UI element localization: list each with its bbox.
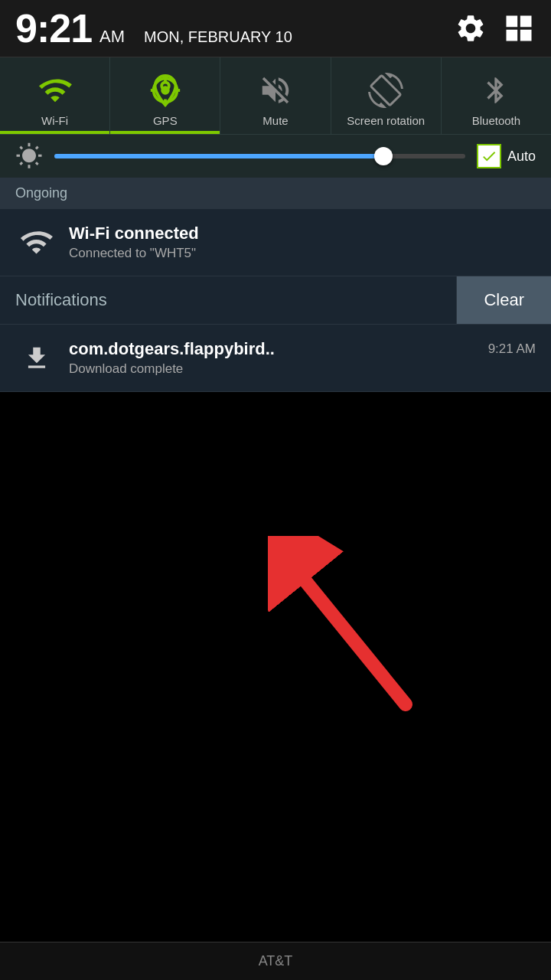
screen-rotation-label: Screen rotation xyxy=(347,114,425,128)
brightness-row: Auto xyxy=(0,134,551,178)
qs-tile-bluetooth[interactable]: Bluetooth xyxy=(442,57,551,134)
qs-tile-gps[interactable]: GPS xyxy=(110,57,220,134)
bluetooth-label: Bluetooth xyxy=(472,114,520,128)
wifi-notif-content: Wi-Fi connected Connected to "WHT5" xyxy=(69,224,199,261)
gps-icon xyxy=(146,71,184,109)
mute-bar xyxy=(220,131,330,134)
wifi-active-bar xyxy=(0,131,109,134)
ongoing-title: Ongoing xyxy=(15,185,67,201)
clear-label: Clear xyxy=(484,290,524,310)
notifications-label: Notifications xyxy=(0,276,456,324)
download-notification[interactable]: com.dotgears.flappybird.. 9:21 AM Downlo… xyxy=(0,325,551,392)
download-app-name: com.dotgears.flappybird.. xyxy=(69,339,275,359)
wifi-notif-title: Wi-Fi connected xyxy=(69,224,199,243)
grid-icon[interactable] xyxy=(502,11,536,45)
wifi-notif-subtitle: Connected to "WHT5" xyxy=(69,246,199,261)
qs-tile-mute[interactable]: Mute xyxy=(220,57,331,134)
quick-settings-panel: Wi-Fi GPS Mute xyxy=(0,57,551,134)
red-arrow-indicator xyxy=(268,536,436,727)
qs-tile-wifi[interactable]: Wi-Fi xyxy=(0,57,110,134)
download-content: com.dotgears.flappybird.. 9:21 AM Downlo… xyxy=(69,339,536,377)
mute-icon xyxy=(256,71,295,109)
wifi-notification[interactable]: Wi-Fi connected Connected to "WHT5" xyxy=(0,209,551,276)
carrier-name: AT&T xyxy=(259,953,293,969)
auto-brightness-toggle[interactable]: Auto xyxy=(477,144,536,168)
screen-rotation-icon xyxy=(367,71,405,109)
wifi-notif-icon xyxy=(15,221,57,263)
gps-label: GPS xyxy=(153,114,178,128)
qs-tile-screen-rotation[interactable]: Screen rotation xyxy=(331,57,442,134)
download-time: 9:21 AM xyxy=(488,341,536,357)
download-icon xyxy=(15,337,57,379)
screen-rotation-bar xyxy=(331,131,441,134)
settings-icon[interactable] xyxy=(455,12,487,44)
clock-ampm: AM xyxy=(99,27,125,47)
download-top-row: com.dotgears.flappybird.. 9:21 AM xyxy=(69,339,536,359)
ongoing-section-header: Ongoing xyxy=(0,178,551,209)
notifications-header: Notifications Clear xyxy=(0,276,551,325)
auto-label: Auto xyxy=(507,149,536,165)
bluetooth-icon xyxy=(477,71,515,109)
wifi-label: Wi-Fi xyxy=(41,114,68,128)
status-bar: 9:21 AM MON, FEBRUARY 10 xyxy=(0,0,551,57)
clock-time: 9:21 xyxy=(15,5,92,51)
mute-label: Mute xyxy=(262,114,288,128)
brightness-slider[interactable] xyxy=(54,154,465,158)
gps-active-bar xyxy=(110,131,220,134)
svg-line-7 xyxy=(306,582,406,704)
status-date: MON, FEBRUARY 10 xyxy=(144,28,292,46)
brightness-fill xyxy=(54,154,383,158)
brightness-thumb[interactable] xyxy=(374,147,393,165)
bluetooth-bar xyxy=(442,131,551,134)
carrier-bar: AT&T xyxy=(0,942,551,980)
download-status: Download complete xyxy=(69,361,536,377)
clear-button[interactable]: Clear xyxy=(456,276,551,324)
auto-checkbox[interactable] xyxy=(477,144,501,168)
wifi-icon xyxy=(36,71,74,109)
brightness-icon xyxy=(15,142,43,170)
